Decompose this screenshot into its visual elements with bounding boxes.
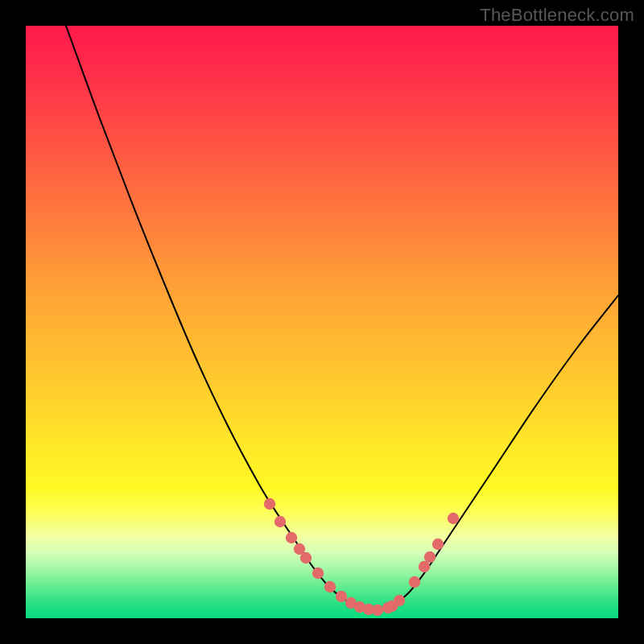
- chart-svg: [26, 26, 618, 618]
- highlight-dot: [324, 581, 336, 592]
- highlight-dot: [409, 576, 420, 588]
- highlight-dot: [448, 513, 459, 524]
- highlight-dot: [372, 605, 383, 616]
- highlight-dot: [275, 516, 286, 527]
- highlight-dot: [286, 532, 297, 543]
- highlight-dot: [432, 539, 444, 550]
- chart-frame: [26, 26, 618, 618]
- highlight-dot: [394, 595, 405, 606]
- highlight-dot: [300, 552, 312, 564]
- highlight-dot: [312, 568, 324, 579]
- highlight-dot: [336, 591, 347, 602]
- highlight-dots-group: [264, 498, 459, 616]
- highlight-dot: [424, 551, 436, 563]
- highlight-dot: [419, 561, 430, 572]
- watermark-text: TheBottleneck.com: [480, 5, 634, 26]
- curve-left-branch: [66, 26, 376, 611]
- highlight-dot: [264, 498, 275, 510]
- curve-right-branch: [376, 295, 618, 611]
